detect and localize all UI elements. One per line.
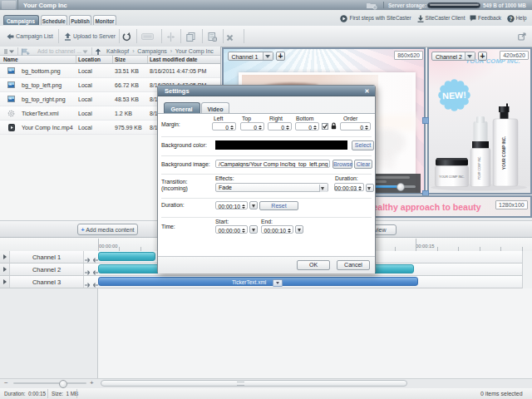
svg-text:YOUR COMP INC.: YOUR COMP INC. [502,136,506,170]
svg-text:YOUR COMP INC.: YOUR COMP INC. [439,175,464,179]
svg-text:?: ? [509,16,512,22]
svg-text:NEW!: NEW! [442,90,466,101]
svg-text:YOUR COMP INC.: YOUR COMP INC. [478,156,481,180]
